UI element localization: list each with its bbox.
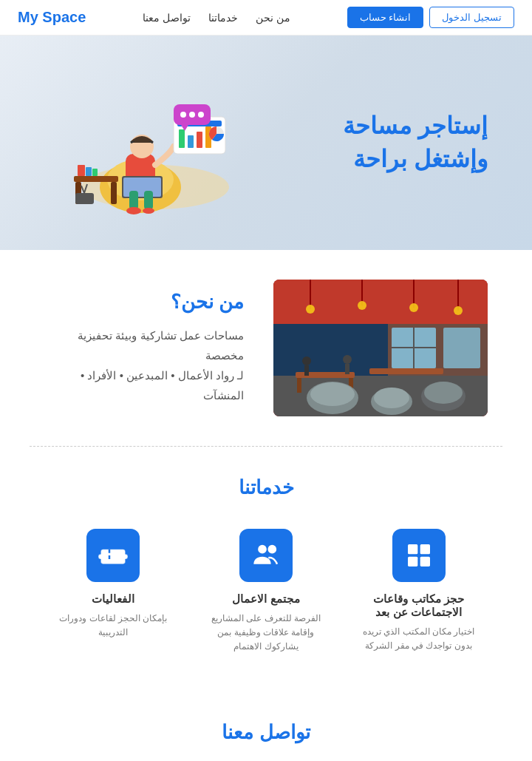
svg-point-68 bbox=[268, 545, 277, 554]
nav-links: من نحن خدماتنا تواصل معنا bbox=[143, 12, 290, 24]
svg-rect-28 bbox=[92, 169, 98, 176]
ticket-icon bbox=[86, 529, 140, 582]
svg-rect-60 bbox=[304, 365, 309, 376]
svg-point-21 bbox=[189, 112, 195, 118]
svg-rect-64 bbox=[420, 544, 429, 554]
svg-rect-23 bbox=[74, 176, 118, 182]
hero-svg bbox=[59, 69, 251, 217]
contact-section: تواصل معنا رقم الهاتف 🇺🇸 +1 ▾ البريد الا… bbox=[0, 691, 532, 761]
svg-rect-50 bbox=[297, 378, 301, 393]
svg-rect-6 bbox=[123, 177, 161, 197]
nav-actions: تسجيل الدخول انشاء حساب bbox=[347, 7, 514, 28]
svg-point-56 bbox=[374, 388, 409, 408]
navbar: تسجيل الدخول انشاء حساب من نحن خدماتنا ت… bbox=[0, 0, 532, 35]
service-booking-title: حجز مكاتب وقاعات الاجتماعات عن بعد bbox=[357, 592, 480, 619]
about-title: من نحن؟ bbox=[44, 291, 244, 314]
about-section: من نحن؟ مساحات عمل تشاركية وبيئة تحفيزية… bbox=[0, 250, 532, 446]
svg-point-35 bbox=[306, 305, 315, 314]
svg-rect-65 bbox=[408, 557, 417, 566]
hero-section: إستاجر مساحة وإشتغل براحة bbox=[0, 35, 532, 250]
service-community-desc: الفرصة للتعرف على المشاريع وإقامة علاقات… bbox=[205, 612, 328, 655]
about-description: مساحات عمل تشاركية وبيئة تحفيزية مخصصةلـ… bbox=[44, 325, 244, 405]
hero-title: إستاجر مساحة وإشتغل براحة bbox=[266, 109, 488, 176]
svg-rect-29 bbox=[75, 193, 94, 204]
login-button[interactable]: تسجيل الدخول bbox=[429, 7, 514, 28]
svg-rect-33 bbox=[273, 280, 488, 324]
nav-link-services[interactable]: خدماتنا bbox=[208, 12, 238, 24]
svg-point-20 bbox=[180, 112, 186, 118]
hero-illustration bbox=[44, 69, 266, 217]
svg-point-10 bbox=[143, 208, 154, 214]
svg-point-54 bbox=[310, 382, 355, 406]
svg-rect-7 bbox=[129, 191, 138, 209]
svg-rect-52 bbox=[369, 368, 443, 374]
brand-logo[interactable]: My Space bbox=[18, 9, 86, 26]
service-community-title: مجتمع الاعمال bbox=[205, 592, 328, 606]
svg-point-9 bbox=[126, 207, 141, 214]
service-events-title: الفعاليات bbox=[52, 592, 175, 606]
svg-rect-15 bbox=[197, 132, 202, 148]
nav-link-contact[interactable]: تواصل معنا bbox=[143, 12, 191, 24]
svg-rect-13 bbox=[179, 129, 185, 148]
svg-point-61 bbox=[343, 355, 352, 364]
svg-rect-63 bbox=[408, 544, 417, 554]
svg-point-37 bbox=[358, 301, 366, 310]
svg-rect-26 bbox=[78, 165, 85, 176]
service-card-booking: حجز مكاتب وقاعات الاجتماعات عن بعد اختيا… bbox=[349, 521, 488, 662]
svg-rect-27 bbox=[86, 167, 92, 176]
svg-point-39 bbox=[409, 303, 418, 312]
about-image bbox=[273, 280, 488, 416]
contact-title: تواصل معنا bbox=[44, 721, 488, 744]
users-icon bbox=[239, 529, 293, 582]
coworking-image bbox=[273, 280, 488, 416]
building-icon bbox=[392, 529, 446, 582]
services-grid: حجز مكاتب وقاعات الاجتماعات عن بعد اختيا… bbox=[44, 521, 488, 662]
hero-text: إستاجر مساحة وإشتغل براحة bbox=[266, 109, 488, 176]
service-card-community: مجتمع الاعمال الفرصة للتعرف على المشاريع… bbox=[197, 521, 335, 662]
svg-rect-45 bbox=[443, 328, 480, 368]
svg-point-58 bbox=[424, 382, 463, 404]
services-section: خدماتنا حجز مكاتب وقاعات الاجتماعات عن ب… bbox=[0, 447, 532, 691]
services-title: خدماتنا bbox=[44, 476, 488, 499]
service-events-desc: بإمكان الحجز لقاعات ودورات التدريبية bbox=[52, 612, 175, 640]
service-booking-desc: اختيار مكان المكتب الذي تريده بدون تواجد… bbox=[357, 625, 480, 653]
svg-point-22 bbox=[198, 112, 204, 118]
svg-rect-25 bbox=[111, 182, 117, 204]
svg-rect-66 bbox=[420, 557, 429, 566]
svg-rect-14 bbox=[188, 135, 194, 148]
about-content: من نحن؟ مساحات عمل تشاركية وبيئة تحفيزية… bbox=[44, 291, 244, 405]
service-card-events: الفعاليات بإمكان الحجز لقاعات ودورات الت… bbox=[44, 521, 183, 662]
svg-point-41 bbox=[454, 306, 463, 315]
svg-point-59 bbox=[302, 356, 311, 365]
svg-rect-8 bbox=[144, 191, 153, 209]
svg-rect-48 bbox=[273, 324, 388, 376]
svg-rect-62 bbox=[345, 364, 349, 374]
register-button[interactable]: انشاء حساب bbox=[347, 7, 424, 28]
svg-point-67 bbox=[258, 545, 267, 554]
nav-link-about[interactable]: من نحن bbox=[256, 12, 290, 24]
